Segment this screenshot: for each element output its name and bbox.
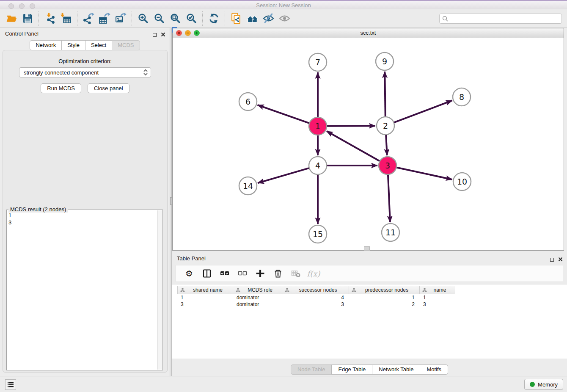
mcds-result-text[interactable]: 1 3	[8, 212, 157, 369]
show-all-icon	[279, 13, 290, 24]
delete-columns-button[interactable]	[272, 268, 284, 279]
first-neighbors-button[interactable]	[244, 11, 260, 27]
close-panel-button[interactable]: Close panel	[88, 83, 129, 93]
toggle-columns-button[interactable]	[201, 268, 212, 279]
cell-predecessor-nodes[interactable]: 1	[349, 295, 420, 301]
tab-mcds[interactable]: MCDS	[112, 40, 140, 50]
cell-shared-name[interactable]: 1	[177, 295, 233, 301]
cell-shared-name[interactable]: 3	[177, 301, 233, 307]
export-table-button[interactable]	[96, 11, 113, 27]
network-canvas[interactable]: 1234678910111415	[173, 38, 564, 250]
deselect-all-columns-icon	[238, 269, 247, 278]
add-column-button[interactable]	[255, 268, 266, 279]
tab-network[interactable]: Network	[30, 40, 62, 50]
settings-button[interactable]: ⚙	[184, 268, 195, 279]
column-header-predecessor-nodes[interactable]: predecessor nodes	[349, 286, 420, 294]
graph-svg: 1234678910111415	[173, 38, 564, 250]
toolbar-separator	[77, 11, 77, 26]
column-sort-icon	[285, 288, 289, 293]
toolbar-separator	[225, 11, 225, 26]
memory-button[interactable]: Memory	[524, 379, 563, 390]
column-label: name	[428, 287, 446, 293]
mcds-result-box: MCDS result (2 nodes) 1 3	[6, 210, 163, 370]
graph-edge-2-9[interactable]	[385, 72, 385, 117]
cell-successor-nodes[interactable]: 4	[282, 295, 349, 301]
criterion-dropdown[interactable]: strongly connected component	[19, 67, 151, 77]
cell-MCDS-role[interactable]: dominator	[233, 301, 282, 307]
graph-edge-3-10[interactable]	[396, 167, 452, 179]
memory-label: Memory	[538, 381, 558, 388]
cell-predecessor-nodes[interactable]: 2	[349, 301, 420, 307]
window-title: Session: New Session	[0, 2, 567, 8]
column-sort-icon	[422, 288, 427, 293]
task-history-button[interactable]	[5, 379, 16, 390]
column-header-shared-name[interactable]: shared name	[177, 286, 233, 294]
deselect-all-columns-button[interactable]	[237, 268, 248, 279]
graph-edge-2-3[interactable]	[386, 134, 387, 155]
float-icon	[550, 258, 554, 262]
select-all-columns-button[interactable]	[219, 268, 230, 279]
delete-table-button	[290, 268, 301, 279]
tab-style[interactable]: Style	[61, 40, 85, 50]
table-panel-close-button[interactable]	[558, 256, 563, 263]
table-toolbar: ⚙f(x)	[176, 265, 563, 282]
node-table: shared nameMCDS rolesuccessor nodesprede…	[172, 284, 567, 359]
new-network-from-selection-icon	[231, 13, 242, 24]
table-splitter-grip[interactable]	[364, 246, 370, 251]
table-panel-float-button[interactable]	[550, 256, 554, 263]
graph-edge-1-2[interactable]	[326, 126, 375, 126]
column-header-name[interactable]: name	[420, 286, 455, 294]
save-session-button[interactable]	[19, 11, 36, 27]
zoom-in-button[interactable]	[135, 11, 151, 27]
refresh-view-icon	[208, 13, 220, 24]
refresh-view-button[interactable]	[206, 11, 222, 27]
add-column-icon	[256, 269, 265, 278]
graph-node-label-11: 11	[385, 228, 396, 237]
tab-edge-table[interactable]: Edge Table	[331, 364, 372, 375]
import-network-button[interactable]	[42, 11, 58, 27]
graph-edge-3-11[interactable]	[388, 174, 390, 222]
zoom-fit-button[interactable]	[167, 11, 183, 27]
tab-network-table[interactable]: Network Table	[372, 364, 420, 375]
run-mcds-button[interactable]: Run MCDS	[41, 83, 81, 93]
graph-edge-2-8[interactable]	[394, 100, 452, 122]
control-panel-float-button[interactable]	[153, 31, 157, 39]
select-all-columns-icon	[220, 269, 229, 278]
cell-successor-nodes[interactable]: 3	[282, 301, 349, 307]
table-row[interactable]: 3dominator323	[177, 301, 567, 308]
zoom-out-icon	[154, 13, 165, 24]
graph-edge-3-1[interactable]	[327, 131, 380, 161]
open-session-button[interactable]	[3, 11, 19, 27]
new-network-from-selection-button[interactable]	[228, 11, 244, 27]
search-input[interactable]	[450, 15, 561, 22]
mcds-result-scrollbar[interactable]	[157, 210, 162, 370]
tab-motifs[interactable]: Motifs	[420, 364, 448, 375]
graph-edge-1-6[interactable]	[258, 105, 310, 123]
tab-node-table[interactable]: Node Table	[291, 364, 332, 375]
show-all-button[interactable]	[276, 11, 292, 27]
tab-select[interactable]: Select	[85, 40, 112, 50]
search-box[interactable]	[439, 14, 562, 24]
zoom-out-button[interactable]	[151, 11, 167, 27]
memory-status-dot	[530, 382, 535, 387]
column-label: shared name	[188, 287, 223, 293]
zoom-selected-icon	[186, 13, 197, 24]
application-window: Session: New Session Control Panel Netwo…	[0, 0, 567, 392]
cell-name[interactable]: 3	[420, 301, 455, 307]
graph-edges	[258, 72, 452, 224]
export-image-button[interactable]	[113, 11, 129, 27]
control-panel-close-button[interactable]	[161, 31, 165, 39]
graph-node-label-3: 3	[385, 161, 390, 170]
list-icon	[7, 381, 14, 389]
column-header-successor-nodes[interactable]: successor nodes	[282, 286, 349, 294]
graph-edge-4-14[interactable]	[258, 168, 310, 183]
cell-name[interactable]: 1	[420, 295, 455, 301]
hide-selected-button[interactable]	[260, 11, 276, 27]
export-network-button[interactable]	[80, 11, 96, 27]
float-icon	[153, 33, 157, 37]
import-table-button[interactable]	[58, 11, 74, 27]
column-header-MCDS-role[interactable]: MCDS role	[233, 286, 282, 294]
cell-MCDS-role[interactable]: dominator	[233, 295, 282, 301]
table-row[interactable]: 1dominator411	[177, 294, 567, 301]
zoom-selected-button[interactable]	[183, 11, 199, 27]
